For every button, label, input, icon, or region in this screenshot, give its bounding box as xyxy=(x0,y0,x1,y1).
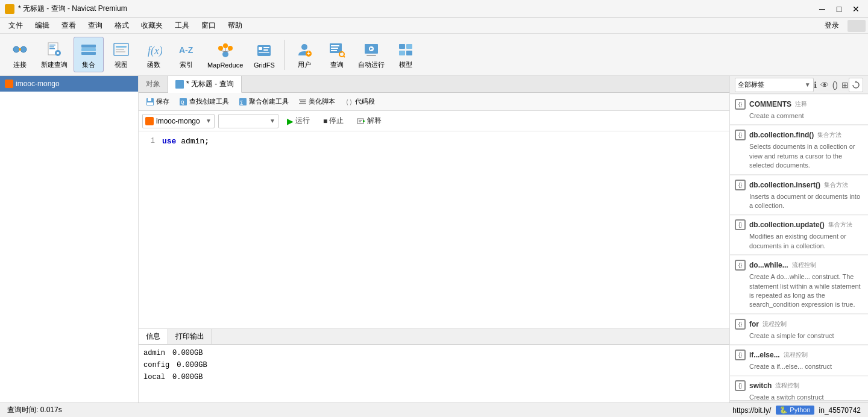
snippet-update-tag: 集合方法 xyxy=(828,221,852,229)
save-button[interactable]: 保存 xyxy=(142,96,173,107)
snippet-find-desc: Selects documents in a collection or vie… xyxy=(749,142,863,170)
snippet-find-tag: 集合方法 xyxy=(817,131,841,139)
refresh-icon xyxy=(852,81,860,89)
toolbar-gridfs[interactable]: GridFS xyxy=(249,39,279,71)
toolbar-view-label: 视图 xyxy=(115,60,128,69)
result-tab-print[interactable]: 打印输出 xyxy=(168,329,212,344)
maximize-button[interactable]: □ xyxy=(832,3,846,15)
connection-icon xyxy=(5,80,13,88)
main-toolbar: 连接 新建查询 集合 xyxy=(0,34,868,76)
view-panel-button[interactable]: 👁 xyxy=(820,80,829,90)
toolbar-function-label: 函数 xyxy=(147,60,160,69)
svg-rect-28 xyxy=(259,47,262,50)
svg-line-24 xyxy=(221,51,225,52)
snippet-ifelse[interactable]: {} if...else... 流程控制 Create a if...else.… xyxy=(730,346,868,375)
snippet-switch-desc: Create a switch construct xyxy=(749,393,863,400)
keyword-use: use xyxy=(162,137,176,146)
find-tool-button[interactable]: Q 查找创建工具 xyxy=(175,96,233,107)
snippet-ifelse-icon: {} xyxy=(735,350,746,360)
toolbar-autorun[interactable]: 自动运行 xyxy=(354,37,388,72)
svg-rect-56 xyxy=(299,99,306,101)
code-seg-button[interactable]: () 代码段 xyxy=(341,96,379,107)
find-tool-icon: Q xyxy=(179,98,187,106)
snippet-switch-icon: {} xyxy=(735,380,746,391)
beautify-label: 美化脚本 xyxy=(309,97,335,106)
info-panel-button[interactable]: ℹ xyxy=(814,80,817,90)
menu-edit[interactable]: 编辑 xyxy=(29,19,55,33)
snippet-switch-header: {} switch 流程控制 xyxy=(735,380,863,391)
svg-line-25 xyxy=(225,51,230,52)
snippet-insert[interactable]: {} db.collection.insert() 集合方法 Inserts a… xyxy=(730,176,868,215)
menu-help[interactable]: 帮助 xyxy=(222,19,248,33)
svg-text:A-Z: A-Z xyxy=(179,45,193,55)
tab-object[interactable]: 对象 xyxy=(139,76,168,92)
new-query-icon xyxy=(45,40,64,59)
svg-rect-30 xyxy=(263,49,268,51)
svg-rect-60 xyxy=(357,119,363,124)
refresh-button[interactable] xyxy=(849,78,863,92)
svg-marker-63 xyxy=(363,120,365,122)
login-button[interactable]: 登录 xyxy=(821,19,843,32)
sidebar-header: imooc-mongo xyxy=(0,76,138,92)
toolbar-user[interactable]: + 用户 xyxy=(289,37,319,72)
parens-panel-button[interactable]: () xyxy=(832,80,838,90)
svg-rect-17 xyxy=(116,51,125,52)
menu-tools[interactable]: 工具 xyxy=(169,19,195,33)
snippet-dowhile[interactable]: {} do...while... 流程控制 Create A do...whil… xyxy=(730,256,868,314)
svg-point-0 xyxy=(13,46,19,52)
toolbar-connect[interactable]: 连接 xyxy=(5,37,35,72)
minimize-button[interactable]: ─ xyxy=(815,3,829,15)
snippet-comments[interactable]: {} COMMENTS 注释 Create a comment xyxy=(730,95,868,125)
menu-view[interactable]: 查看 xyxy=(55,19,82,33)
svg-rect-5 xyxy=(49,45,55,46)
menu-window[interactable]: 窗口 xyxy=(195,19,222,33)
svg-rect-10 xyxy=(57,52,58,54)
snippet-update-header: {} db.collection.update() 集合方法 xyxy=(735,219,863,230)
right-panel-header: 全部标签 ▼ ℹ 👁 () ⊞ xyxy=(730,76,868,94)
database-select[interactable]: ▼ xyxy=(218,114,278,128)
stop-label: 停止 xyxy=(329,116,344,126)
close-button[interactable]: ✕ xyxy=(849,3,863,15)
snippet-for-tag: 流程控制 xyxy=(763,320,787,328)
stop-button[interactable]: ■ 停止 xyxy=(318,114,348,127)
toolbar-mapreduce-label: MapReduce xyxy=(207,61,243,69)
menu-favorites[interactable]: 收藏夹 xyxy=(135,19,169,33)
connection-select[interactable]: imooc-mongo ▼ xyxy=(142,114,215,128)
line-number-1: 1 xyxy=(139,137,160,145)
svg-line-40 xyxy=(344,56,345,57)
run-button[interactable]: ▶ 运行 xyxy=(282,114,315,127)
table-panel-button[interactable]: ⊞ xyxy=(841,80,849,90)
menu-query[interactable]: 查询 xyxy=(82,19,108,33)
snippet-for-header: {} for 流程控制 xyxy=(735,319,863,330)
tag-dropdown[interactable]: 全部标签 ▼ xyxy=(735,78,814,92)
toolbar-function[interactable]: f(x) 函数 xyxy=(139,37,169,72)
toolbar-index[interactable]: A-Z 索引 xyxy=(171,37,201,72)
snippet-find-name: db.collection.find() xyxy=(749,131,814,139)
result-tab-info[interactable]: 信息 xyxy=(139,329,168,344)
menu-format[interactable]: 格式 xyxy=(108,19,135,33)
tab-query[interactable]: * 无标题 - 查询 xyxy=(168,76,242,93)
toolbar-new-query-label: 新建查询 xyxy=(41,60,68,69)
agg-tool-button[interactable]: ∑ 聚合创建工具 xyxy=(235,96,292,107)
status-right: https://bit.ly/ 🐍 Python in_45570742 xyxy=(732,406,861,415)
explain-button[interactable]: 解释 xyxy=(352,114,386,127)
toolbar-collection[interactable]: 集合 xyxy=(74,37,104,72)
toolbar-model[interactable]: 模型 xyxy=(391,37,421,72)
code-editor[interactable]: 1 use admin; xyxy=(139,131,729,329)
agg-tool-label: 聚合创建工具 xyxy=(249,97,289,106)
snippet-switch[interactable]: {} switch 流程控制 Create a switch construct xyxy=(730,377,868,400)
toolbar-query[interactable]: 查询 xyxy=(322,37,352,72)
snippet-ifelse-tag: 流程控制 xyxy=(784,351,808,359)
beautify-button[interactable]: 美化脚本 xyxy=(295,96,339,107)
query-icon xyxy=(327,40,347,59)
snippet-update[interactable]: {} db.collection.update() 集合方法 Modifies … xyxy=(730,216,868,255)
agg-tool-icon: ∑ xyxy=(239,98,247,106)
toolbar-view[interactable]: 视图 xyxy=(106,37,136,72)
code-text-1: admin; xyxy=(181,137,209,146)
snippet-find[interactable]: {} db.collection.find() 集合方法 Selects doc… xyxy=(730,126,868,174)
snippet-for[interactable]: {} for 流程控制 Create a simple for construc… xyxy=(730,315,868,345)
toolbar-new-query[interactable]: 新建查询 xyxy=(37,37,71,72)
menu-file[interactable]: 文件 xyxy=(2,19,29,33)
snippet-dowhile-desc: Create A do...while... construct. The st… xyxy=(749,272,863,310)
toolbar-mapreduce[interactable]: MapReduce xyxy=(204,39,247,71)
